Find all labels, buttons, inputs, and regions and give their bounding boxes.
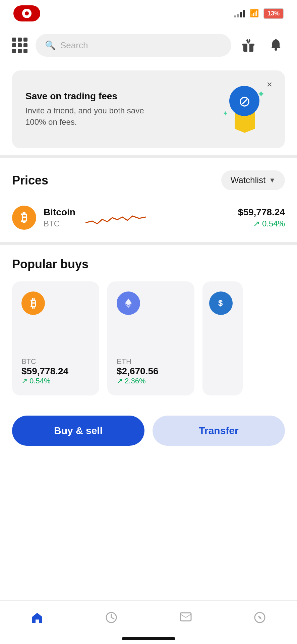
sparkle-icon-2: ✦ — [223, 109, 228, 117]
compass-icon — [253, 611, 266, 627]
grid-dot — [23, 43, 27, 47]
battery-indicator: 13% — [263, 8, 284, 19]
gift-button[interactable] — [239, 36, 257, 54]
wifi-icon: 📶 — [250, 9, 259, 18]
watchlist-label: Watchlist — [231, 175, 266, 185]
popular-buys-title: Popular buys — [12, 257, 285, 271]
btc-popular-card[interactable]: ₿ BTC $59,778.24 ↗ 0.54% — [12, 281, 99, 395]
section-divider-2 — [0, 242, 297, 245]
btc-card-symbol: BTC — [21, 357, 90, 366]
chevron-down-icon: ▼ — [269, 176, 276, 184]
nav-icons — [239, 36, 285, 54]
eth-card-symbol: ETH — [117, 357, 185, 366]
grid-dot — [12, 43, 16, 47]
grid-menu-button[interactable] — [12, 38, 27, 53]
notification-button[interactable] — [267, 36, 285, 54]
message-icon — [179, 611, 192, 627]
svg-text:$: $ — [218, 299, 223, 308]
search-bar[interactable]: 🔍 Search — [36, 34, 231, 57]
bitcoin-price-row[interactable]: ₿ Bitcoin BTC $59,778.24 ↗ 0.54% — [12, 200, 285, 235]
grid-dot — [12, 38, 16, 42]
eth-card-price: $2,670.56 — [117, 366, 185, 377]
bitcoin-icon: ₿ — [12, 206, 36, 230]
grid-dot — [23, 49, 27, 53]
svg-rect-11 — [180, 613, 191, 621]
bottom-nav — [0, 600, 297, 644]
coin-name: Bitcoin — [44, 207, 75, 218]
clock-icon — [105, 611, 118, 627]
promo-banner: Save on trading fees Invite a friend, an… — [12, 70, 285, 148]
status-left — [13, 5, 40, 21]
bitcoin-mini-chart — [85, 208, 228, 228]
eth-popular-card[interactable]: ETH $2,670.56 ↗ 2.36% — [107, 281, 194, 395]
watchlist-button[interactable]: Watchlist ▼ — [221, 170, 285, 190]
top-nav: 🔍 Search — [0, 27, 297, 64]
grid-dot — [18, 38, 22, 42]
svg-rect-4 — [275, 39, 277, 41]
search-icon: 🔍 — [45, 40, 56, 51]
target-dot — [22, 9, 32, 18]
bitcoin-price-values: $59,778.24 ↗ 0.54% — [238, 207, 285, 228]
status-bar: 📶 13% — [0, 0, 297, 27]
signal-icon — [234, 9, 245, 17]
signal-bar-1 — [234, 15, 236, 17]
grid-dot — [23, 38, 27, 42]
nav-home[interactable] — [20, 611, 54, 627]
svg-line-13 — [186, 614, 191, 618]
home-indicator — [122, 637, 175, 640]
grid-dot — [18, 49, 22, 53]
promo-title: Save on trading fees — [25, 91, 144, 102]
nav-messages[interactable] — [169, 611, 202, 627]
svg-line-10 — [111, 618, 114, 619]
btc-card-icon: ₿ — [21, 291, 45, 315]
grid-dot — [18, 43, 22, 47]
grid-dot — [12, 49, 16, 53]
svg-marker-16 — [258, 615, 262, 620]
coin-symbol: BTC — [44, 219, 75, 228]
btc-card-change: ↗ 0.54% — [21, 377, 90, 385]
prices-header: Prices Watchlist ▼ — [12, 170, 285, 190]
status-right: 📶 13% — [234, 8, 284, 19]
usd-card-icon: $ — [209, 291, 233, 315]
bitcoin-change: ↗ 0.54% — [238, 219, 285, 228]
nav-explore[interactable] — [243, 611, 277, 627]
svg-line-12 — [180, 614, 186, 618]
search-placeholder: Search — [60, 40, 88, 51]
transfer-button[interactable]: Transfer — [153, 416, 285, 446]
signal-bar-3 — [240, 12, 242, 17]
popular-buys-section: Popular buys ₿ BTC $59,778.24 ↗ 0.54% ET… — [0, 245, 297, 402]
eth-card-icon — [117, 291, 140, 315]
nav-activity[interactable] — [95, 611, 128, 627]
cta-section: Buy & sell Transfer — [0, 402, 297, 452]
btc-card-price: $59,778.24 — [21, 366, 90, 377]
buy-sell-button[interactable]: Buy & sell — [12, 416, 144, 446]
signal-bar-2 — [237, 14, 239, 17]
popular-cards-container: ₿ BTC $59,778.24 ↗ 0.54% ETH $2,670.56 ↗… — [12, 281, 285, 395]
promo-text: Save on trading fees Invite a friend, an… — [25, 91, 144, 127]
promo-description: Invite a friend, and you both save100% o… — [25, 105, 144, 127]
prices-section: Prices Watchlist ▼ ₿ Bitcoin BTC $59,778… — [0, 158, 297, 242]
medal-circle — [229, 86, 259, 116]
svg-point-3 — [275, 48, 277, 51]
svg-marker-5 — [125, 299, 132, 305]
eth-card-change: ↗ 2.36% — [117, 377, 185, 385]
bitcoin-price: $59,778.24 — [238, 207, 285, 218]
usd-popular-card-partial[interactable]: $ — [202, 281, 243, 395]
svg-rect-2 — [247, 44, 249, 52]
signal-bar-4 — [243, 10, 245, 17]
home-icon — [31, 611, 44, 627]
promo-close-button[interactable]: × — [262, 77, 277, 92]
coin-info: ₿ Bitcoin BTC — [12, 206, 75, 230]
section-divider — [0, 155, 297, 158]
prices-title: Prices — [12, 173, 48, 187]
target-logo — [13, 5, 40, 21]
